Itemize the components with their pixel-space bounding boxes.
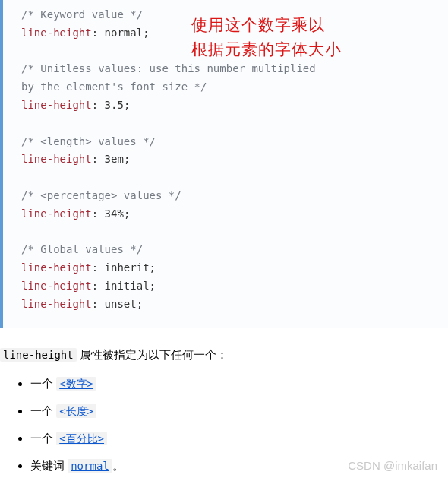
code-semi: ; (150, 261, 156, 274)
code-semi: ; (150, 280, 156, 292)
code-line: line-height: 34%; (21, 205, 448, 223)
link-percentage[interactable]: <百分比> (56, 432, 107, 445)
code-property: line-height (21, 207, 92, 220)
annotation-line: 根据元素的字体大小 (191, 38, 342, 62)
list-item: 一个 <长度> (30, 402, 448, 420)
li-prefix: 关键词 (30, 459, 68, 472)
link-normal[interactable]: normal (68, 459, 112, 473)
code-comment: /* Global values */ (21, 243, 143, 255)
code-line: line-height: 3.5; (21, 97, 448, 115)
code-line: line-height: 3em; (21, 150, 448, 169)
code-value: inherit (105, 261, 150, 274)
watermark: CSDN @imkaifan (348, 459, 437, 472)
code-property: line-height (21, 280, 92, 292)
code-line: /* <length> values */ (21, 133, 448, 151)
code-property: line-height (21, 99, 92, 111)
li-prefix: 一个 (30, 432, 56, 445)
code-semi: ; (124, 207, 130, 220)
code-colon: : (92, 207, 105, 220)
code-colon: : (92, 99, 105, 111)
code-semi: ; (143, 27, 149, 39)
code-property: line-height (21, 27, 92, 39)
list-item: 一个 <百分比> (30, 429, 448, 448)
code-blank (21, 115, 448, 133)
code-line: /* Unitless values: use this number mult… (21, 60, 448, 78)
code-semi: ; (137, 298, 143, 310)
code-comment: /* Keyword value */ (21, 8, 143, 21)
code-comment: by the element's font size */ (21, 81, 207, 93)
li-suffix: 。 (112, 459, 124, 472)
code-line: line-height: initial; (21, 277, 448, 296)
link-length[interactable]: <长度> (56, 404, 96, 418)
code-value: 3.5 (105, 99, 124, 111)
code-value: normal (105, 27, 144, 39)
code-line: by the element's font size */ (21, 78, 448, 97)
prose-paragraph: line-height 属性被指定为以下任何一个： (0, 346, 448, 364)
code-comment: /* <length> values */ (21, 135, 156, 147)
code-line: /* Global values */ (21, 241, 448, 259)
code-blank (21, 223, 448, 242)
link-number[interactable]: <数字> (56, 377, 96, 391)
code-value: initial (105, 280, 150, 292)
code-semi: ; (124, 99, 130, 111)
code-comment: /* <percentage> values */ (21, 189, 181, 201)
code-line: line-height: unset; (21, 296, 448, 314)
prose-block: line-height 属性被指定为以下任何一个： 一个 <数字> 一个 <长度… (0, 328, 448, 475)
code-value: unset (105, 298, 137, 310)
code-colon: : (92, 261, 105, 274)
code-value: 34% (105, 207, 124, 220)
prose-text: 属性被指定为以下任何一个： (77, 348, 228, 361)
code-colon: : (92, 27, 105, 39)
inline-code: line-height (0, 348, 77, 362)
code-property: line-height (21, 298, 92, 310)
code-line: /* <percentage> values */ (21, 187, 448, 205)
code-colon: : (92, 153, 105, 165)
code-property: line-height (21, 153, 92, 165)
list-item: 一个 <数字> (30, 375, 448, 393)
code-colon: : (92, 298, 105, 310)
code-semi: ; (124, 153, 130, 165)
code-property: line-height (21, 261, 92, 274)
code-blank (21, 169, 448, 187)
code-value: 3em (105, 153, 124, 165)
li-prefix: 一个 (30, 404, 56, 417)
code-comment: /* Unitless values: use this number mult… (21, 62, 316, 74)
code-colon: : (92, 280, 105, 292)
annotation-line: 使用这个数字乘以 (191, 14, 342, 38)
code-block: 使用这个数字乘以 根据元素的字体大小 /* Keyword value */ l… (0, 0, 448, 328)
annotation-overlay: 使用这个数字乘以 根据元素的字体大小 (191, 14, 342, 62)
li-prefix: 一个 (30, 377, 56, 390)
code-line: line-height: inherit; (21, 259, 448, 277)
